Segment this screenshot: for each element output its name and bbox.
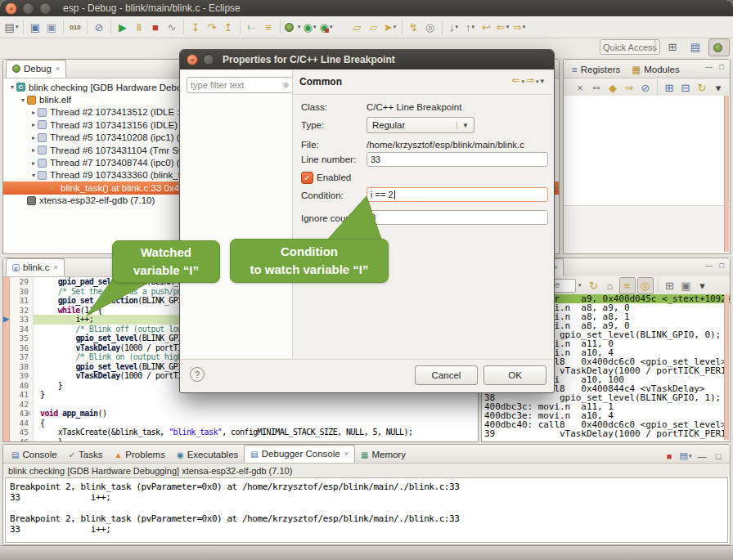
debug-icon[interactable]: ▾ — [285, 20, 301, 35]
chevron-down-icon[interactable]: ▾ — [393, 24, 397, 30]
disconnect-icon[interactable]: ∿ — [164, 20, 179, 35]
back-dropdown-icon[interactable]: ▾ — [520, 78, 526, 84]
mark-occurrences-icon[interactable]: ◎ — [423, 20, 438, 35]
tab-modules[interactable]: ▦Modules — [626, 61, 685, 78]
ok-button[interactable]: OK — [483, 365, 546, 385]
fold-collapse-icon[interactable]: ⊖ — [25, 409, 31, 419]
chevron-down-icon[interactable]: ▾ — [313, 24, 317, 30]
home-icon[interactable]: ⌂ — [603, 278, 618, 293]
step-return-icon[interactable]: ↥ — [221, 20, 236, 35]
last-edit-location-icon[interactable]: ↩ — [479, 20, 494, 35]
twisty-icon[interactable]: ▸ — [29, 109, 38, 116]
close-icon[interactable]: × — [344, 450, 349, 458]
breakpoint-types-icon[interactable]: ◆ — [605, 80, 620, 96]
chevron-down-icon[interactable]: ▾ — [456, 24, 459, 30]
chevron-down-icon[interactable]: ▾ — [506, 24, 510, 30]
dialog-restore-button[interactable] — [203, 54, 214, 65]
open-perspective-icon[interactable]: ⊞ — [663, 38, 682, 55]
chevron-down-icon[interactable]: ▾ — [689, 453, 692, 459]
open-resource-icon[interactable]: ▱ — [366, 20, 381, 35]
tab-problems[interactable]: ▲Problems — [108, 446, 170, 463]
view-menu-icon[interactable]: ▾ — [711, 80, 726, 96]
window-close-button[interactable]: × — [5, 2, 17, 15]
clear-filter-icon[interactable]: ⊗ — [282, 81, 289, 89]
show-source-icon[interactable]: ≡ — [619, 277, 636, 294]
expand-all-icon[interactable]: ⊞ — [662, 80, 677, 96]
step-into-icon[interactable]: ↧ — [188, 20, 203, 35]
close-icon[interactable]: × — [56, 65, 60, 73]
overview-ruler[interactable] — [724, 96, 729, 252]
tab-registers[interactable]: ≡Registers — [566, 61, 626, 78]
next-annotation-icon[interactable]: ↓▾ — [447, 20, 461, 35]
twisty-icon[interactable]: ▸ — [29, 146, 38, 154]
view-menu-icon[interactable]: ▾ — [695, 278, 710, 293]
remove-all-icon[interactable]: ×× — [589, 80, 604, 96]
location-dropdown-icon[interactable]: ▾ — [578, 282, 582, 289]
forward-icon[interactable]: ⇒ — [526, 74, 534, 86]
overview-ruler[interactable] — [724, 294, 729, 440]
step-filters-icon[interactable]: ≡ — [261, 20, 276, 35]
collapse-all-icon[interactable]: ⊟ — [678, 80, 693, 96]
chevron-down-icon[interactable]: ▾ — [298, 24, 301, 30]
breakpoint-marker[interactable]: ▶ — [3, 315, 15, 325]
chevron-down-icon[interactable]: ▾ — [16, 24, 19, 30]
twisty-icon[interactable]: ▸ — [29, 159, 38, 167]
resume-icon[interactable]: ▶ — [115, 20, 130, 35]
forward-icon[interactable]: ⇒▾ — [512, 20, 527, 35]
instruction-stepping-icon[interactable]: i→ — [245, 20, 259, 35]
link-with-debug-icon[interactable]: ↻ — [695, 80, 709, 96]
tab-console[interactable]: ▤Console — [6, 446, 63, 463]
tab-debug[interactable]: Debug × — [6, 60, 66, 78]
external-tools-icon[interactable]: ◉▾ — [319, 20, 334, 35]
new-view-icon[interactable]: ⊞ — [663, 278, 677, 293]
tab-debugger-console[interactable]: ▤Debugger Console× — [244, 445, 355, 463]
cancel-button[interactable]: Cancel — [415, 365, 478, 385]
build-binary-icon[interactable]: 010 — [68, 20, 83, 35]
skip-all-breakpoints-icon[interactable]: ⊘ — [638, 80, 653, 96]
terminate-icon[interactable]: ■ — [148, 20, 163, 35]
twisty-icon[interactable]: ▾ — [29, 172, 38, 179]
back-icon[interactable]: ⇐▾ — [496, 20, 510, 35]
twisty-icon[interactable]: ▾ — [19, 96, 27, 104]
twisty-icon[interactable]: ▸ — [29, 121, 38, 128]
new-wizard-icon[interactable]: ▤▾ — [4, 20, 19, 35]
display-console-icon[interactable]: ▤▾ — [678, 448, 693, 464]
twisty-icon[interactable]: ▾ — [8, 83, 16, 91]
type-select[interactable]: Regular ▼ — [366, 117, 474, 133]
condition-input[interactable]: i == 2 — [366, 187, 548, 202]
tab-memory[interactable]: ▦Memory — [355, 446, 411, 463]
skip-breakpoints-icon[interactable]: ⊘ — [92, 20, 106, 35]
sync-selection-icon[interactable]: ◎ — [637, 277, 654, 294]
console-output[interactable]: Breakpoint 2, blink_task (pvParameter=0x… — [5, 477, 728, 543]
previous-annotation-icon[interactable]: ↑▾ — [463, 20, 478, 35]
terminate-icon[interactable]: ■ — [662, 448, 677, 464]
maximize-icon[interactable]: □ — [711, 448, 726, 464]
tab-executables[interactable]: ◉Executables — [171, 446, 244, 463]
back-icon[interactable]: ⇐ — [512, 74, 520, 86]
remove-icon[interactable]: × — [573, 80, 587, 96]
ignore-count-input[interactable]: 0 — [366, 210, 548, 225]
cpp-perspective-icon[interactable]: ▤ — [686, 38, 705, 55]
chevron-down-icon[interactable]: ▾ — [523, 24, 526, 30]
close-icon[interactable]: × — [54, 263, 58, 271]
minimize-icon[interactable]: — — [695, 448, 709, 464]
step-over-icon[interactable]: ↷ — [205, 20, 219, 35]
help-button[interactable]: ? — [190, 367, 205, 382]
window-maximize-button[interactable] — [39, 2, 52, 15]
registers-minmax[interactable]: — □ — [705, 63, 726, 71]
pin-view-icon[interactable]: ▣ — [679, 278, 694, 293]
dialog-close-button[interactable]: × — [187, 54, 198, 65]
lightning-icon[interactable]: ↯ — [407, 20, 421, 35]
disassembly-minmax[interactable]: — □ — [705, 262, 726, 270]
suspend-icon[interactable]: Ⅱ — [132, 20, 146, 35]
chevron-down-icon[interactable]: ▾ — [472, 24, 475, 30]
debug-perspective-icon[interactable] — [708, 38, 730, 56]
line-number-input[interactable]: 33 — [366, 152, 548, 167]
tab-blink-c[interactable]: c blink.c × — [6, 258, 65, 276]
open-type-icon[interactable]: ▱ — [350, 20, 365, 35]
chevron-down-icon[interactable]: ▾ — [330, 24, 333, 30]
tab-tasks[interactable]: ✓Tasks — [63, 446, 109, 463]
twisty-icon[interactable]: ▸ — [29, 134, 38, 141]
goto-file-icon[interactable]: ⇒ — [622, 80, 636, 96]
refresh-icon[interactable]: ↻ — [587, 278, 601, 293]
